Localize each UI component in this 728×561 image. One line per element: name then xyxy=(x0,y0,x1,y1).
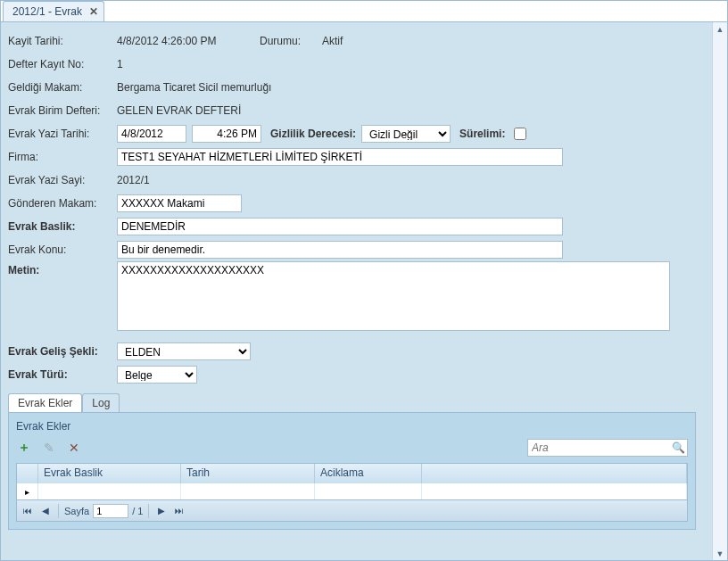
ekler-grid: Evrak Baslik Tarih Aciklama ▸ xyxy=(16,463,688,500)
defter-no-label: Defter Kayıt No: xyxy=(8,58,117,70)
yazi-time-input[interactable] xyxy=(192,125,261,143)
add-icon[interactable]: ＋ xyxy=(16,440,32,456)
geldi-label: Geldiği Makam: xyxy=(8,81,117,94)
scroll-up-icon[interactable]: ▲ xyxy=(714,22,727,36)
baslik-label: Evrak Baslik: xyxy=(8,220,117,233)
sayi-value: 2012/1 xyxy=(117,174,150,186)
pane-toolbar: ＋ ✎ ✕ 🔍 xyxy=(16,438,688,458)
firma-label: Firma: xyxy=(8,151,117,163)
form-area: Kayit Tarihi: 4/8/2012 4:26:00 PM Durumu… xyxy=(8,29,705,553)
close-icon[interactable]: ✕ xyxy=(89,5,98,18)
col-tarih[interactable]: Tarih xyxy=(181,464,315,483)
pager-last-icon[interactable]: ⏭ xyxy=(172,504,186,518)
tab-evrak[interactable]: 2012/1 - Evrak ✕ xyxy=(3,1,104,21)
durumu-label: Durumu: xyxy=(260,35,322,47)
delete-icon[interactable]: ✕ xyxy=(66,440,82,456)
document-window: 2012/1 - Evrak ✕ Kayit Tarihi: 4/8/2012 … xyxy=(0,0,728,561)
gizlilik-label: Gizlilik Derecesi: xyxy=(270,128,356,140)
subtabs: Evrak Ekler Log Evrak Ekler ＋ ✎ ✕ 🔍 xyxy=(8,393,696,530)
col-extra xyxy=(422,464,687,483)
kayit-tarihi-value: 4/8/2012 4:26:00 PM xyxy=(117,35,260,47)
gonderen-label: Gönderen Makam: xyxy=(8,197,117,210)
form-body: Kayit Tarihi: 4/8/2012 4:26:00 PM Durumu… xyxy=(1,22,727,560)
birim-label: Evrak Birim Defteri: xyxy=(8,104,117,117)
surelimi-checkbox[interactable] xyxy=(514,128,526,140)
baslik-input[interactable] xyxy=(117,218,563,235)
pager-prev-icon[interactable]: ◀ xyxy=(38,504,53,518)
geldi-value: Bergama Ticaret Sicil memurluğı xyxy=(117,81,271,94)
surelimi-label: Sürelimi: xyxy=(459,128,505,140)
grid-rowheader xyxy=(17,464,38,483)
col-aciklama[interactable]: Aciklama xyxy=(315,464,422,483)
konu-label: Evrak Konu: xyxy=(8,243,117,256)
gizlilik-select[interactable]: Gizli Değil xyxy=(361,125,451,143)
pager: ⏮ ◀ Sayfa / 1 ▶ ⏭ xyxy=(16,500,688,522)
kayit-tarihi-label: Kayit Tarihi: xyxy=(8,35,117,47)
subtab-log[interactable]: Log xyxy=(82,393,120,412)
yazi-date-input[interactable] xyxy=(117,125,186,143)
yazi-tarihi-label: Evrak Yazi Tarihi: xyxy=(8,128,117,140)
metin-textarea[interactable] xyxy=(117,261,670,331)
pager-sayfa-label: Sayfa xyxy=(64,506,89,516)
birim-value: GELEN EVRAK DEFTERİ xyxy=(117,104,241,117)
grid-empty-row: ▸ xyxy=(17,483,687,499)
pager-next-icon[interactable]: ▶ xyxy=(154,504,169,518)
tab-title: 2012/1 - Evrak xyxy=(12,5,82,18)
pager-of-label: / 1 xyxy=(132,506,143,516)
col-baslik[interactable]: Evrak Baslik xyxy=(38,464,181,483)
durumu-value: Aktif xyxy=(322,35,343,47)
search-icon[interactable]: 🔍 xyxy=(671,441,685,454)
subtab-ekler[interactable]: Evrak Ekler xyxy=(8,393,82,412)
turu-select[interactable]: Belge xyxy=(117,366,197,384)
ekler-pane: Evrak Ekler ＋ ✎ ✕ 🔍 xyxy=(8,412,696,530)
konu-input[interactable] xyxy=(117,241,563,259)
tabstrip: 2012/1 - Evrak ✕ xyxy=(1,1,727,22)
defter-no-value: 1 xyxy=(117,58,123,70)
gelis-select[interactable]: ELDEN xyxy=(117,342,251,360)
edit-icon[interactable]: ✎ xyxy=(41,440,57,456)
pane-title: Evrak Ekler xyxy=(16,420,688,433)
turu-label: Evrak Türü: xyxy=(8,368,97,381)
sayi-label: Evrak Yazi Sayi: xyxy=(8,174,117,186)
pager-first-icon[interactable]: ⏮ xyxy=(21,504,35,518)
row-indicator-icon: ▸ xyxy=(17,483,38,499)
search-box: 🔍 xyxy=(527,439,688,457)
vertical-scrollbar[interactable]: ▲ ▼ xyxy=(712,22,727,560)
gelis-label: Evrak Geliş Şekli: xyxy=(8,345,117,358)
firma-input[interactable] xyxy=(117,148,563,166)
metin-label: Metin: xyxy=(8,261,117,276)
search-input[interactable] xyxy=(530,441,671,455)
scroll-down-icon[interactable]: ▼ xyxy=(714,547,727,560)
pager-page-input[interactable] xyxy=(93,504,128,518)
gonderen-input[interactable] xyxy=(117,194,242,212)
